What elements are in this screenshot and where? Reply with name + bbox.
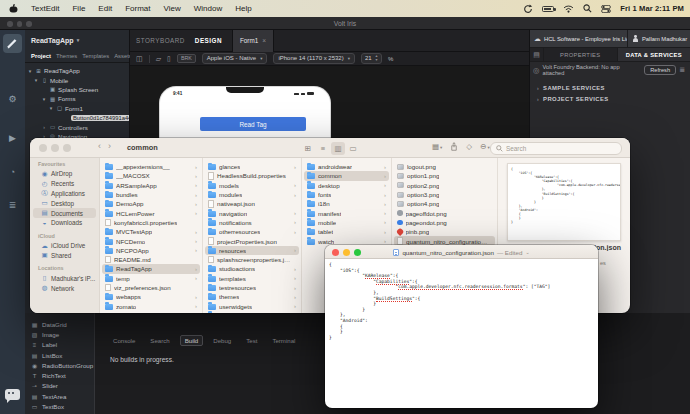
tree-item[interactable]: ▾ ⊞ ReadTagApp [25, 66, 129, 75]
textedit-content[interactable]: { "iOS":{ "KARelease":{ "Capabilities":{… [329, 262, 596, 406]
widget-item[interactable]: ◉ RadioButtonGroup [25, 360, 94, 370]
tab-form1[interactable]: Form1 × [232, 30, 274, 52]
widget-item[interactable]: ≡ Label [25, 340, 94, 350]
feedback-icon[interactable] [5, 389, 20, 400]
sidebar-item[interactable]: ▭Desktop [33, 198, 96, 208]
json-text[interactable]: { "iOS":{ "KARelease":{ "Capabilities":{… [329, 262, 596, 340]
menu-item[interactable]: Edit [98, 4, 112, 13]
finder-item[interactable]: NFCPOApp [102, 246, 200, 255]
finder-item[interactable]: NFCDemo [102, 236, 200, 245]
tree-item[interactable]: ▣ Splash Screen [25, 85, 129, 94]
finder-item[interactable]: i18n [304, 199, 389, 208]
console-tab[interactable]: Test [241, 335, 262, 346]
finder-item[interactable]: userwidgets [205, 301, 299, 310]
finder-item[interactable]: option3.png [394, 190, 495, 199]
sidebar-item[interactable]: ☁iCloud Drive [33, 241, 96, 251]
read-tag-button[interactable]: Read Tag [200, 117, 306, 131]
menu-item[interactable]: File [72, 4, 85, 13]
control-center-icon[interactable] [601, 4, 611, 13]
stepper-arrows-icon[interactable]: ▲▼ [375, 55, 378, 62]
sidebar-item[interactable]: ▤Documents [33, 208, 96, 218]
finder-item[interactable]: fonts [304, 190, 389, 199]
back-button[interactable]: ‹ [98, 141, 101, 151]
finder-item[interactable]: nativeapi.json [205, 199, 299, 208]
tree-expander-icon[interactable]: ▾ [41, 96, 47, 102]
tab-design[interactable]: DESIGN [195, 37, 222, 44]
finder-item[interactable]: desktop [304, 181, 389, 190]
finder-minimize-button[interactable] [51, 144, 59, 152]
finder-item[interactable]: tablet [304, 227, 389, 236]
run-icon[interactable]: ▶ [9, 134, 16, 143]
device-dropdown[interactable]: iPhone 14 (1170 x 2532) ▾ [273, 53, 355, 64]
finder-item[interactable]: common [304, 171, 389, 180]
chevron-down-icon[interactable]: ⌄ [525, 249, 529, 255]
split-view-icon[interactable]: ◫ [136, 55, 143, 63]
finder-item[interactable]: studioactions [205, 264, 299, 273]
finder-search-field[interactable] [490, 142, 622, 155]
widget-item[interactable]: ▤ ListBox [25, 350, 94, 360]
finder-item[interactable]: pageoffdot.png [394, 208, 495, 217]
menu-item[interactable]: TextEdit [31, 4, 59, 13]
tab-data-services[interactable]: DATA & SERVICES [617, 48, 690, 61]
finder-item[interactable]: konyfabriccli.properties [102, 218, 200, 227]
finder-item[interactable]: models [205, 181, 299, 190]
view-mode-button[interactable]: ⊞ [301, 142, 315, 155]
finder-item[interactable]: otherresources [205, 227, 299, 236]
finder-close-button[interactable] [39, 144, 47, 152]
console-tab[interactable]: Console [108, 335, 140, 346]
share-icon[interactable] [450, 142, 458, 152]
tree-expander-icon[interactable]: ▾ [48, 105, 54, 111]
tab-properties[interactable]: PROPERTIES [544, 48, 617, 61]
finder-item[interactable]: androidwear [304, 162, 389, 171]
project-selector[interactable]: ReadTagApp ▾ [25, 30, 129, 50]
finder-item[interactable]: MVCTestApp [102, 227, 200, 236]
widget-item[interactable]: ▭ TextBox [25, 401, 94, 411]
more-actions-icon[interactable]: ⊖▾ [480, 142, 490, 151]
sidebar-item[interactable]: ▯Madhukar's iP...⏏ [33, 273, 96, 283]
finder-item[interactable]: README.md [102, 255, 200, 264]
menu-item[interactable]: Help [235, 4, 251, 13]
finder-item[interactable]: zomato [102, 301, 200, 310]
hamburger-menu-icon[interactable]: ≣ [679, 66, 687, 74]
sidebar-item[interactable]: ◴Recents [33, 179, 96, 189]
apple-menu-icon[interactable] [9, 3, 18, 14]
finder-item[interactable]: resources [205, 246, 299, 255]
sidebar-item[interactable]: ◍Network [33, 283, 96, 293]
zoom-stepper[interactable]: 21 ▲▼ [361, 53, 382, 64]
console-tab[interactable]: Terminal [267, 335, 300, 346]
tree-item[interactable]: ▾ ▦ Forms [25, 94, 129, 103]
view-mode-button[interactable]: ≡ [316, 142, 330, 155]
finder-item[interactable]: HeadlessBuild.properties [205, 171, 299, 180]
cloud-account[interactable]: ☁ HCL Software - Employee Iris Lice... [530, 30, 628, 47]
widget-item[interactable]: ▦ DataGrid [25, 319, 94, 329]
explorer-tab[interactable]: Project [31, 53, 51, 59]
view-mode-button[interactable]: ▭ [346, 142, 360, 155]
console-tab[interactable]: Debug [208, 335, 236, 346]
user-account[interactable]: Pallam Madhukar [628, 30, 690, 47]
sidebar-item[interactable]: ⒶApplications [33, 189, 96, 199]
finder-item[interactable]: glances [205, 162, 299, 171]
view-mode-button[interactable]: ▥ [331, 142, 345, 155]
finder-item[interactable]: splashscreenproperties.json [205, 255, 299, 264]
explorer-tab[interactable]: Templates [82, 53, 109, 59]
finder-item[interactable]: option1.png [394, 171, 495, 180]
sidebar-item[interactable]: ◒Downloads [33, 218, 96, 228]
spotlight-search-icon[interactable] [583, 4, 592, 13]
finder-item[interactable]: bundles [102, 190, 200, 199]
finder-item[interactable]: logout.png [394, 162, 495, 171]
tree-item[interactable]: ▾ ▢ Form1 [25, 104, 129, 113]
rotate-device-icon[interactable]: ▱ [156, 55, 161, 63]
finder-item[interactable]: pageondot.png [394, 218, 495, 227]
tree-expander-icon[interactable]: › [41, 124, 47, 130]
menu-item[interactable]: Format [125, 4, 150, 13]
menu-item[interactable]: Window [194, 4, 222, 13]
finder-item[interactable]: notifications [205, 218, 299, 227]
sidebar-item[interactable]: ▣Shared [33, 251, 96, 261]
tree-expander-icon[interactable]: ▾ [33, 77, 39, 83]
tree-item[interactable]: Button0d1c784991a44f [25, 113, 129, 122]
tree-expander-icon[interactable]: ▾ [27, 68, 33, 74]
services-section[interactable]: › SAMPLE SERVICES [530, 82, 690, 93]
wifi-icon[interactable] [563, 4, 574, 13]
finder-item[interactable]: __appextensions__ [102, 162, 200, 171]
finder-item[interactable]: themes [205, 292, 299, 301]
